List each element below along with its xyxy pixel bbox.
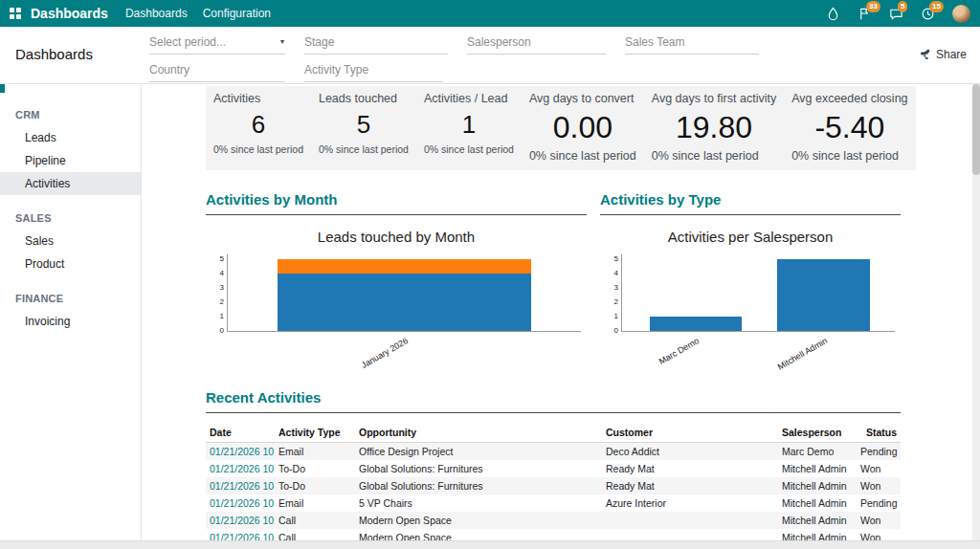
y-tick-label: 2 — [606, 298, 618, 306]
y-tick-label: 1 — [212, 313, 224, 320]
kpi-leads-touched: Leads touched 5 0% since last period — [311, 86, 416, 170]
plot-area: 012345January 2026 — [227, 254, 581, 332]
cell-status: Pending — [857, 443, 901, 461]
body: CRM Leads Pipeline Activities SALES Sale… — [0, 84, 972, 540]
menu-dashboards[interactable]: Dashboards — [125, 7, 188, 20]
period-filter: ▾ — [149, 33, 285, 55]
kpi-value: -5.40 — [791, 110, 907, 145]
table-row[interactable]: 01/21/2026 10:39 To-Do Global Solutions:… — [206, 460, 901, 477]
cell-status: Won — [857, 512, 901, 529]
y-tick-label: 4 — [212, 270, 224, 277]
period-select[interactable] — [149, 33, 285, 55]
topbar: Dashboards Dashboards Configuration 33 5… — [0, 0, 980, 27]
plot-area: 012345Marc DemoMitchell Admin — [621, 254, 895, 332]
sidebar-section-title: FINANCE — [0, 287, 141, 310]
y-tick-label: 0 — [212, 327, 224, 335]
cell-opportunity: Modern Open Space — [355, 529, 602, 540]
col-header-opportunity: Opportunity — [355, 423, 602, 443]
activity-type-input[interactable] — [304, 60, 443, 82]
cell-customer — [602, 512, 778, 529]
messages-icon[interactable]: 5 — [889, 7, 903, 21]
table-row[interactable]: 01/21/2026 10:38 Email 5 VP Chairs Azure… — [206, 494, 901, 512]
share-button[interactable]: Share — [919, 48, 967, 61]
app-brand: Dashboards — [31, 6, 108, 21]
kpi-value: 19.80 — [652, 110, 776, 145]
table-row[interactable]: 01/21/2026 10:39 Email Office Design Pro… — [206, 443, 901, 461]
cell-salesperson: Mitchell Admin — [778, 494, 857, 512]
sidebar-section-sales: SALES Sales Product — [0, 207, 141, 275]
kpi-avg-days-to-convert: Avg days to convert 0.00 0% since last p… — [522, 86, 644, 170]
country-filter — [149, 60, 285, 82]
scrollbar-track[interactable] — [972, 84, 980, 540]
messages-badge: 5 — [898, 1, 907, 12]
kpi-activities: Activities 6 0% since last period — [206, 86, 311, 170]
cell-opportunity: Global Solutions: Furnitures — [355, 477, 602, 494]
sidebar-item-activities[interactable]: Activities — [0, 172, 141, 195]
y-tick-label: 1 — [606, 313, 618, 320]
sidebar-item-invoicing[interactable]: Invoicing — [0, 310, 141, 333]
kpi-value: 0.00 — [529, 110, 636, 145]
menu-configuration[interactable]: Configuration — [203, 7, 271, 20]
y-tick-label: 3 — [606, 284, 618, 292]
date-link[interactable]: 01/21/2026 10:38 — [210, 497, 275, 509]
table-row[interactable]: 01/21/2026 10:37 Call Modern Open Space … — [206, 512, 901, 529]
topbar-right: 33 5 15 — [826, 5, 970, 23]
avatar[interactable] — [952, 5, 970, 23]
col-header-salesperson: Salesperson — [778, 423, 857, 443]
page-title: Dashboards — [15, 46, 93, 62]
drop-icon[interactable] — [826, 7, 840, 21]
sidebar-item-leads[interactable]: Leads — [0, 126, 141, 149]
table-row[interactable]: 01/21/2026 10:38 To-Do Global Solutions:… — [206, 477, 901, 494]
apps-grid-icon[interactable] — [10, 8, 21, 19]
cell-activity-type: Call — [275, 529, 355, 540]
y-tick-label: 5 — [606, 255, 618, 263]
flag-badge: 33 — [866, 1, 880, 12]
scrollbar-thumb[interactable] — [972, 84, 980, 175]
sidebar-section-finance: FINANCE Invoicing — [0, 287, 141, 333]
cell-activity-type: Email — [275, 443, 355, 461]
date-link[interactable]: 01/21/2026 10:37 — [210, 515, 275, 526]
activities-clock-icon[interactable]: 15 — [921, 7, 935, 21]
sidebar-item-product[interactable]: Product — [0, 253, 141, 275]
kpi-label: Avg days to convert — [529, 92, 636, 105]
y-tick-label: 2 — [212, 298, 224, 306]
cell-salesperson: Mitchell Admin — [778, 460, 857, 477]
charts-row: Activities by Month Leads touched by Mon… — [206, 191, 901, 372]
date-link[interactable]: 01/21/2026 10:38 — [210, 480, 275, 492]
stage-filter — [304, 33, 448, 55]
activities-badge: 15 — [929, 1, 944, 12]
cell-status: Pending — [857, 494, 901, 512]
y-tick-label: 5 — [212, 255, 224, 263]
stage-input[interactable] — [304, 33, 448, 55]
col-header-activity-type: Activity Type — [275, 423, 355, 443]
sidebar-item-pipeline[interactable]: Pipeline — [0, 149, 141, 172]
cell-customer: Ready Mat — [602, 477, 778, 494]
share-label: Share — [936, 48, 967, 61]
flag-icon[interactable]: 33 — [858, 7, 872, 21]
sidebar-item-sales[interactable]: Sales — [0, 230, 141, 253]
sales-team-filter — [625, 33, 759, 55]
filter-bar: ▾ — [149, 33, 769, 82]
date-link[interactable]: 01/21/2026 10:39 — [210, 463, 275, 474]
sales-team-input[interactable] — [625, 33, 759, 55]
country-input[interactable] — [149, 60, 285, 82]
sidebar-section-title: CRM — [0, 103, 141, 126]
sidebar: CRM Leads Pipeline Activities SALES Sale… — [0, 84, 142, 540]
bar-segment — [777, 259, 870, 331]
dashboard-content: Activities 6 0% since last period Leads … — [206, 84, 901, 540]
x-axis-label: Marc Demo — [657, 336, 701, 366]
date-link[interactable]: 01/21/2026 10:37 — [210, 532, 275, 540]
salesperson-input[interactable] — [467, 33, 606, 55]
table-row[interactable]: 01/21/2026 10:37 Call Modern Open Space … — [206, 529, 901, 540]
recent-activities-section: Recent Activities Date Activity Type Opp… — [206, 389, 901, 540]
date-link[interactable]: 01/21/2026 10:39 — [210, 446, 275, 457]
activities-by-type-section: Activities by Type Activities per Salesp… — [600, 191, 901, 372]
cell-opportunity: Global Solutions: Furnitures — [355, 460, 602, 477]
activity-type-filter — [304, 60, 443, 82]
kpi-delta: 0% since last period — [652, 149, 776, 163]
sidebar-section-title: SALES — [0, 207, 141, 230]
kpi-label: Activities — [213, 92, 303, 105]
cell-customer — [602, 529, 778, 540]
cell-status: Won — [857, 529, 901, 540]
bar-segment — [278, 259, 532, 274]
